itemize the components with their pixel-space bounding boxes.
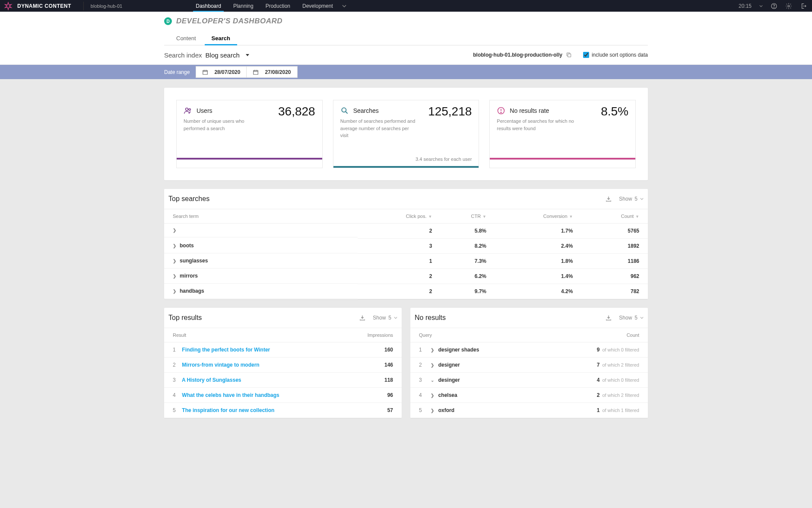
th-click-pos[interactable]: Click pos.▼: [358, 209, 436, 223]
table-row[interactable]: 1 ❯ designer shades9of which 0 filtered: [410, 342, 648, 357]
table-row[interactable]: 3 ⌄ desinger4of which 0 filtered: [410, 372, 648, 387]
th-impressions[interactable]: Impressions: [344, 328, 402, 342]
page-title: DEVELOPER'S DASHBOARD: [176, 17, 282, 26]
users-icon: [184, 106, 192, 115]
row-index: 5: [173, 407, 181, 413]
nav-tab-planning[interactable]: Planning: [227, 0, 260, 12]
search-index-caret-icon[interactable]: [246, 54, 249, 56]
result-link[interactable]: Finding the perfect boots for Winter: [182, 347, 270, 353]
subtab-search[interactable]: Search: [210, 32, 232, 45]
stat-value: 36,828: [278, 105, 315, 118]
stat-desc: Percentage of searches for which no resu…: [497, 118, 574, 132]
stat-desc: Number of searches performed and average…: [340, 118, 418, 139]
conversion: 4.2%: [491, 284, 577, 299]
th-count[interactable]: Count▼: [577, 209, 648, 223]
chevron-icon: ❯: [431, 348, 434, 352]
table-row[interactable]: ❯25.8%1.7%5765: [164, 223, 648, 238]
result-link[interactable]: A History of Sunglasses: [182, 377, 241, 383]
svg-rect-4: [203, 70, 208, 74]
stat-bar: [490, 158, 635, 160]
nav-more-icon[interactable]: [339, 0, 349, 12]
nav-tabs: Dashboard Planning Production Developmen…: [190, 0, 349, 12]
download-icon[interactable]: [359, 314, 366, 321]
nav-time-caret-icon[interactable]: [759, 4, 763, 8]
row-index: 1: [173, 347, 181, 353]
th-result[interactable]: Result: [164, 328, 344, 342]
result-link[interactable]: Mirrors-from vintage to modern: [182, 362, 259, 368]
table-row[interactable]: ❯mirrors26.2%1.4%962: [164, 268, 648, 284]
count: 1186: [577, 253, 648, 268]
svg-point-2: [788, 5, 790, 7]
hub-name[interactable]: bloblog-hub-01: [84, 3, 129, 9]
logout-icon[interactable]: [800, 3, 807, 10]
nav-time[interactable]: 20:15: [739, 3, 752, 9]
search-term: boots: [180, 243, 194, 249]
date-from-cell[interactable]: 28/07/2020: [196, 69, 246, 75]
table-row[interactable]: 5 The inspiration for our new collection…: [164, 403, 402, 418]
nav-tab-development[interactable]: Development: [296, 0, 339, 12]
copy-icon[interactable]: [566, 52, 572, 58]
top-results-card: Top results Show 5 Result Impressions: [164, 308, 402, 418]
include-sort-checkbox[interactable]: [583, 52, 589, 58]
result-link[interactable]: What the celebs have in their handbags: [182, 392, 279, 398]
click-pos: 2: [358, 268, 436, 284]
stat-value: 125,218: [428, 105, 472, 118]
filtered-text: of which 0 filtered: [602, 377, 639, 383]
settings-icon[interactable]: [785, 3, 792, 10]
table-row[interactable]: 2 ❯ designer7of which 2 filtered: [410, 357, 648, 372]
help-icon[interactable]: [771, 3, 777, 10]
th-conversion[interactable]: Conversion▼: [491, 209, 577, 223]
result-link[interactable]: The inspiration for our new collection: [182, 407, 274, 413]
search-index-value[interactable]: Blog search: [206, 51, 240, 59]
nav-tab-dashboard[interactable]: Dashboard: [190, 0, 227, 12]
impressions: 146: [344, 357, 402, 372]
count: 7: [597, 362, 600, 368]
table-row[interactable]: 4 What the celebs have in their handbags…: [164, 387, 402, 403]
stat-sub: 3.4 searches for each user: [340, 157, 472, 162]
stat-label: No results rate: [510, 107, 549, 114]
table-row[interactable]: 4 ❯ chelsea2of which 2 filtered: [410, 387, 648, 403]
svg-point-8: [342, 108, 346, 112]
show-value: 5: [634, 315, 638, 321]
no-results-show[interactable]: Show 5: [619, 315, 644, 321]
row-index: 3: [173, 377, 181, 383]
search-index-label: Search index: [164, 51, 202, 59]
download-icon[interactable]: [605, 195, 612, 202]
th-ctr[interactable]: CTR▼: [436, 209, 491, 223]
th-search-term[interactable]: Search term: [164, 209, 358, 223]
top-searches-card: Top searches Show 5 Search term Click po…: [164, 189, 648, 299]
table-row[interactable]: 2 Mirrors-from vintage to modern146: [164, 357, 402, 372]
th-count[interactable]: Count: [546, 328, 648, 342]
subtabs: Content Search: [164, 32, 648, 45]
stat-bar: [333, 166, 479, 168]
svg-point-6: [186, 108, 188, 111]
th-query[interactable]: Query: [410, 328, 546, 342]
include-sort-checkbox-row[interactable]: include sort options data: [583, 52, 648, 58]
table-row[interactable]: 1 Finding the perfect boots for Winter16…: [164, 342, 402, 357]
chevron-right-icon: ❯: [173, 228, 176, 233]
count: 5765: [577, 223, 648, 238]
click-pos: 3: [358, 238, 436, 253]
download-icon[interactable]: [605, 314, 612, 321]
date-to-cell[interactable]: 27/08/2020: [247, 69, 297, 75]
stat-desc: Number of unique users who performed a s…: [184, 118, 261, 132]
impressions: 118: [344, 372, 402, 387]
table-row[interactable]: ❯handbags29.7%4.2%782: [164, 284, 648, 299]
top-results-show[interactable]: Show 5: [373, 315, 397, 321]
ctr: 9.7%: [436, 284, 491, 299]
show-value: 5: [388, 315, 391, 321]
show-label: Show: [619, 315, 632, 321]
impressions: 57: [344, 403, 402, 418]
nav-right: 20:15: [739, 3, 812, 10]
table-row[interactable]: 5 ❯ oxford1of which 1 filtered: [410, 403, 648, 418]
top-results-title: Top results: [168, 314, 202, 322]
subtab-content[interactable]: Content: [174, 32, 198, 45]
top-searches-show[interactable]: Show 5: [619, 196, 644, 202]
table-row[interactable]: 3 A History of Sunglasses118: [164, 372, 402, 387]
table-row[interactable]: ❯sunglasses17.3%1.8%1186: [164, 253, 648, 268]
page-badge: D: [164, 17, 172, 25]
show-label: Show: [373, 315, 386, 321]
table-row[interactable]: ❯boots38.2%2.4%1892: [164, 238, 648, 253]
brand-logo-icon: [0, 1, 13, 11]
nav-tab-production[interactable]: Production: [260, 0, 296, 12]
